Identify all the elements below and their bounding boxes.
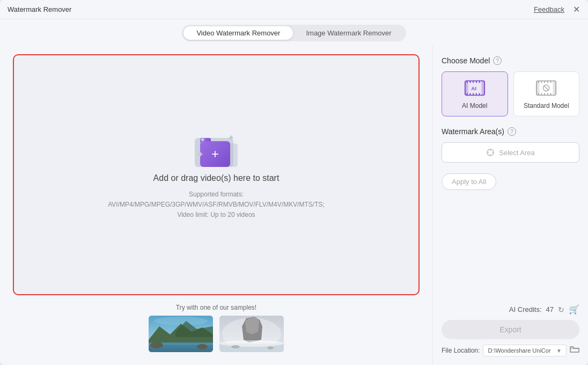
tab-video-watermark[interactable]: Video Watermark Remover xyxy=(183,26,293,40)
svg-rect-26 xyxy=(473,93,474,96)
choose-model-title: Choose Model ? xyxy=(442,56,579,65)
select-area-icon xyxy=(486,148,495,157)
standard-model-card[interactable]: Standard Model xyxy=(513,71,580,116)
svg-rect-23 xyxy=(479,81,480,83)
cart-icon[interactable]: 🛒 xyxy=(569,304,579,315)
spacer xyxy=(442,201,579,294)
svg-rect-27 xyxy=(476,93,477,96)
main-content: + ✦ ✦ ✦ Add or drag video(s) here to sta… xyxy=(0,46,588,365)
svg-rect-41 xyxy=(547,93,548,96)
select-area-button[interactable]: Select Area xyxy=(442,142,579,163)
svg-rect-39 xyxy=(541,93,542,96)
svg-point-15 xyxy=(267,346,274,349)
svg-rect-21 xyxy=(473,81,474,83)
supported-formats-value: AVI/MP4/MPG/MPEG/3GP/WMV/ASF/RMVB/MOV/FL… xyxy=(108,201,325,208)
svg-rect-19 xyxy=(467,81,468,83)
ai-credits-row: AI Credits: 47 ↻ 🛒 xyxy=(442,304,579,315)
standard-model-label: Standard Model xyxy=(524,102,569,110)
model-cards: AI AI Model xyxy=(442,71,579,116)
svg-rect-35 xyxy=(544,81,545,83)
feedback-link[interactable]: Feedback xyxy=(534,5,564,13)
apply-all-button[interactable]: Apply to All xyxy=(442,173,496,190)
choose-model-help-icon[interactable]: ? xyxy=(493,56,502,65)
ai-credits-label: AI Credits: xyxy=(509,305,542,313)
sample-1-image xyxy=(149,316,213,352)
ai-film-icon: AI xyxy=(464,78,486,98)
svg-line-44 xyxy=(543,85,549,91)
svg-rect-33 xyxy=(538,81,539,83)
file-location-row: File Location: D:\Wondershare UniCor ▼ xyxy=(442,345,579,356)
svg-rect-31 xyxy=(536,81,540,96)
export-button[interactable]: Export xyxy=(442,320,579,339)
sparkle-bottom-left-icon: ✦ xyxy=(197,149,204,159)
video-limit-text: Video limit: Up to 20 videos xyxy=(177,211,255,218)
ai-model-icon: AI xyxy=(464,78,486,98)
svg-rect-28 xyxy=(479,93,480,96)
sample-thumbnail-1[interactable] xyxy=(149,316,213,352)
svg-point-13 xyxy=(219,340,284,347)
watermark-area-section: Watermark Area(s) ? Select Area xyxy=(442,127,579,163)
svg-rect-32 xyxy=(553,81,556,96)
file-path-display: D:\Wondershare UniCor ▼ xyxy=(483,345,567,356)
svg-rect-36 xyxy=(547,81,548,83)
plus-icon: + xyxy=(211,148,219,160)
tab-image-watermark[interactable]: Image Watermark Remover xyxy=(293,26,404,40)
close-button[interactable]: ✕ xyxy=(572,5,580,14)
ai-model-card[interactable]: AI AI Model xyxy=(442,71,508,116)
svg-rect-40 xyxy=(544,93,545,96)
watermark-area-title: Watermark Area(s) ? xyxy=(442,127,579,136)
folder-open-svg xyxy=(570,345,579,354)
svg-marker-11 xyxy=(245,317,259,334)
sample-thumbnail-2[interactable] xyxy=(219,316,284,352)
standard-film-icon xyxy=(535,78,557,98)
folder-icon-wrap: + ✦ ✦ ✦ xyxy=(195,129,238,167)
svg-rect-42 xyxy=(550,93,552,96)
title-bar-controls: Feedback ✕ xyxy=(534,5,580,14)
ai-credits-value: 47 xyxy=(546,305,554,313)
svg-rect-22 xyxy=(476,81,477,83)
file-location-label: File Location: xyxy=(442,347,480,354)
model-section: Choose Model ? xyxy=(442,56,579,116)
drop-zone[interactable]: + ✦ ✦ ✦ Add or drag video(s) here to sta… xyxy=(13,54,420,295)
ai-model-label: AI Model xyxy=(462,102,487,110)
svg-point-6 xyxy=(150,342,163,348)
file-path-value: D:\Wondershare UniCor xyxy=(488,347,550,354)
refresh-icon[interactable]: ↻ xyxy=(558,305,564,314)
title-bar: Watermark Remover Feedback ✕ xyxy=(0,0,588,19)
bottom-section: AI Credits: 47 ↻ 🛒 Export File Location:… xyxy=(442,304,579,356)
samples-section: Try with one of our samples! xyxy=(13,304,420,356)
watermark-area-label: Watermark Area(s) xyxy=(442,127,504,136)
right-panel: Choose Model ? xyxy=(432,46,588,365)
dropdown-arrow-icon[interactable]: ▼ xyxy=(556,348,562,354)
svg-rect-18 xyxy=(481,81,484,96)
svg-text:AI: AI xyxy=(471,85,476,91)
standard-model-icon xyxy=(535,78,557,98)
sample-2-image xyxy=(219,316,284,352)
svg-rect-20 xyxy=(469,81,471,83)
drop-zone-main-text: Add or drag video(s) here to start xyxy=(153,173,280,183)
sparkle-top-left-icon: ✦ xyxy=(199,135,206,145)
svg-point-14 xyxy=(231,345,240,348)
left-panel: + ✦ ✦ ✦ Add or drag video(s) here to sta… xyxy=(0,46,432,365)
choose-model-label: Choose Model xyxy=(442,56,490,65)
drop-zone-sub-text: Supported formats: AVI/MP4/MPG/MPEG/3GP/… xyxy=(108,189,325,221)
svg-rect-17 xyxy=(465,81,468,96)
app-title: Watermark Remover xyxy=(8,5,71,13)
open-folder-icon[interactable] xyxy=(570,345,579,356)
select-area-label: Select Area xyxy=(499,149,535,157)
folder-main-icon: + xyxy=(200,141,230,167)
svg-rect-25 xyxy=(469,93,471,96)
svg-rect-24 xyxy=(467,93,468,96)
samples-label: Try with one of our samples! xyxy=(176,304,256,311)
tab-bar: Video Watermark Remover Image Watermark … xyxy=(0,19,588,46)
samples-row xyxy=(149,316,284,352)
sparkle-top-right-icon: ✦ xyxy=(227,133,234,143)
apply-all-section: Apply to All xyxy=(442,173,579,190)
watermark-area-help-icon[interactable]: ? xyxy=(508,127,516,136)
main-window: Watermark Remover Feedback ✕ Video Water… xyxy=(0,0,588,365)
supported-formats-label: Supported formats: xyxy=(189,191,244,198)
svg-rect-38 xyxy=(538,93,539,96)
tab-container: Video Watermark Remover Image Watermark … xyxy=(182,25,406,41)
svg-point-7 xyxy=(197,344,208,349)
svg-rect-34 xyxy=(541,81,542,83)
